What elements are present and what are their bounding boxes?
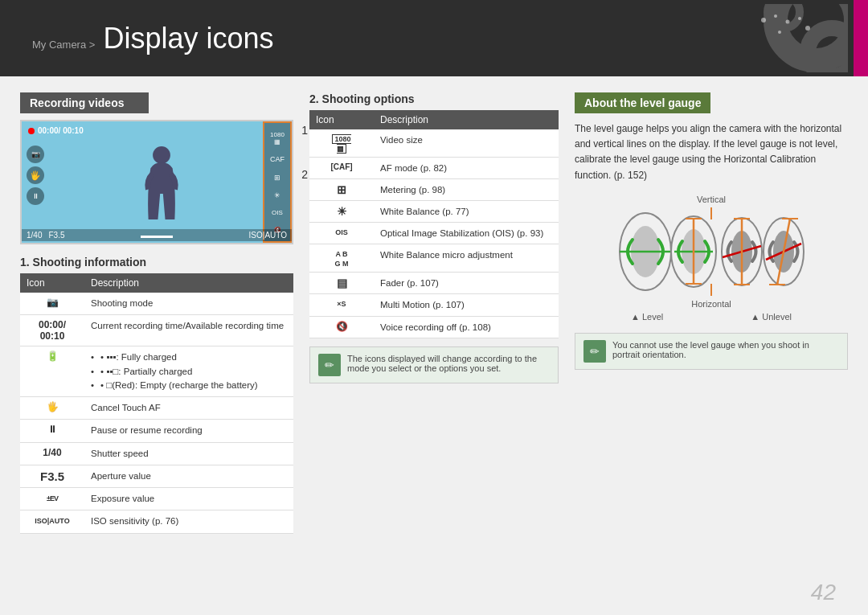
table-row-icon: OIS xyxy=(309,223,374,244)
list-item: • ▪▪▪: Fully charged xyxy=(91,351,287,364)
horizontal-label: Horizontal xyxy=(691,299,731,309)
breadcrumb: My Camera > xyxy=(32,39,95,51)
table-row-icon: ☀ xyxy=(309,201,374,223)
table-row-icon: 1/40 xyxy=(20,442,84,465)
right-column: About the level gauge The level gauge he… xyxy=(575,92,848,599)
table-row: 🖐Cancel Touch AF xyxy=(20,397,293,420)
level-note-icon: ✏ xyxy=(583,340,606,363)
red-dot xyxy=(28,128,35,134)
level-gauge-diagram: Vertical xyxy=(575,195,848,322)
camera-preview: 00:00/ 00:10 📷 🖐 ⏸ 1080▦ xyxy=(20,120,293,244)
svg-point-6 xyxy=(798,17,801,20)
table-row: A BG MWhite Balance micro adjustment xyxy=(309,244,559,273)
table-row-desc: Current recording time/Available recordi… xyxy=(84,315,293,346)
label-1: 1 xyxy=(301,124,308,137)
vertical-label: Vertical xyxy=(697,195,726,204)
table-row-icon: A BG M xyxy=(309,244,374,273)
table-row-desc: Optical Image Stabilization (OIS) (p. 93… xyxy=(374,223,559,244)
table-row-desc: Shooting mode xyxy=(84,293,293,315)
page-title: Display icons xyxy=(103,22,273,55)
table-row-desc: Metering (p. 98) xyxy=(374,179,559,201)
table-row-desc: • ▪▪▪: Fully charged• ▪▪□: Partially cha… xyxy=(84,346,293,397)
record-indicator: 00:00/ 00:10 xyxy=(28,126,84,135)
bottom-bar: 1/40 F3.5 ▬▬▬▬ ISO|AUTO xyxy=(22,229,292,241)
table-row-desc: Shutter speed xyxy=(84,442,293,465)
table-row-desc: Fader (p. 107) xyxy=(374,273,559,294)
table-row-icon: ▤ xyxy=(309,273,374,294)
shooting-info-heading: 1. Shooting information xyxy=(20,256,293,269)
table-row: 1080▦Video size xyxy=(309,129,559,158)
svg-point-8 xyxy=(778,31,781,34)
table-row-desc: Pause or resume recording xyxy=(84,420,293,442)
left-icons: 📷 🖐 ⏸ xyxy=(27,146,44,205)
table-row-desc: Voice recording off (p. 108) xyxy=(374,316,559,338)
page-number: 42 xyxy=(811,580,836,605)
rec-text: 00:00/ 00:10 xyxy=(38,126,84,135)
table-row: 1/40Shutter speed xyxy=(20,442,293,465)
label-2: 2 xyxy=(301,168,308,181)
level-note-text: You cannot use the level gauge when you … xyxy=(612,340,839,363)
table-row-icon: 🖐 xyxy=(20,397,84,420)
touch-icon: 🖐 xyxy=(27,166,44,184)
table-row: ▤Fader (p. 107) xyxy=(309,273,559,294)
level-gauge-desc: The level gauge helps you align the came… xyxy=(575,121,848,183)
table-row-desc: Cancel Touch AF xyxy=(84,397,293,420)
table-row: ±EVExposure value xyxy=(20,488,293,510)
shooting-info-table: Icon Description 📷Shooting mode00:00/​00… xyxy=(20,273,293,534)
rp-icon-2: CAF xyxy=(270,155,285,163)
recording-videos-heading: Recording videos xyxy=(20,92,149,113)
accent-bar xyxy=(854,0,868,76)
table-row-desc: ISO sensitivity (p. 76) xyxy=(84,510,293,533)
rp-icon-1: 1080▦ xyxy=(270,131,285,146)
unlevel-label: ▲ Unlevel xyxy=(751,312,792,322)
pause-icon: ⏸ xyxy=(27,187,44,205)
table-row: ☀White Balance (p. 77) xyxy=(309,201,559,223)
table-row: ⊞Metering (p. 98) xyxy=(309,179,559,201)
table-row: ⏸Pause or resume recording xyxy=(20,420,293,442)
table-row: OISOptical Image Stabilization (OIS) (p.… xyxy=(309,223,559,244)
table-row-desc: AF mode (p. 82) xyxy=(374,158,559,179)
svg-point-7 xyxy=(805,26,810,31)
shooting-options-table: Icon Description 1080▦Video size[CAF]AF … xyxy=(309,110,559,338)
table-row-icon: ±EV xyxy=(20,488,84,510)
svg-point-3 xyxy=(761,18,766,23)
table-row-icon: 1080▦ xyxy=(309,129,374,158)
table-row-icon: ×S xyxy=(309,294,374,316)
table-row: F3.5Aperture value xyxy=(20,465,293,487)
note-icon: ✏ xyxy=(318,354,341,376)
table-row-icon: ⊞ xyxy=(309,179,374,201)
table-row-desc: Aperture value xyxy=(84,465,293,487)
svg-point-5 xyxy=(786,20,790,24)
person-silhouette xyxy=(137,146,186,227)
table-row-desc: White Balance micro adjustment xyxy=(374,244,559,273)
level-gauge-heading: About the level gauge xyxy=(575,92,710,113)
table-row-icon: [CAF] xyxy=(309,158,374,179)
table-row: 📷Shooting mode xyxy=(20,293,293,315)
table-row: ×SMulti Motion (p. 107) xyxy=(309,294,559,316)
col-desc-header: Description xyxy=(84,273,293,293)
level-label: ▲ Level xyxy=(631,312,663,322)
right-panel: 1080▦ CAF ⊞ ✳ OIS 🔇 xyxy=(263,121,292,243)
table-row-icon: ISO|AUTO xyxy=(20,510,84,533)
gauge-labels-row: ▲ Level ▲ Unlevel xyxy=(631,312,792,322)
rp-icon-5: OIS xyxy=(272,209,283,216)
table-row-desc: Exposure value xyxy=(84,488,293,510)
table-row-icon: F3.5 xyxy=(20,465,84,487)
table-row: 00:00/​00:10Current recording time/Avail… xyxy=(20,315,293,346)
header-dots xyxy=(755,12,820,44)
table-row-desc: Multi Motion (p. 107) xyxy=(374,294,559,316)
opt-col-icon: Icon xyxy=(309,110,374,129)
table-row-icon: ⏸ xyxy=(20,420,84,442)
shooting-options-heading: 2. Shooting options xyxy=(309,92,559,105)
table-row-icon: 📷 xyxy=(20,293,84,315)
mid-column: 2. Shooting options Icon Description 108… xyxy=(309,92,559,599)
table-row-desc: White Balance (p. 77) xyxy=(374,201,559,223)
rp-icon-4: ✳ xyxy=(274,191,280,199)
list-item: • □(Red): Empty (recharge the battery) xyxy=(91,379,287,392)
table-row-desc: Video size xyxy=(374,129,559,158)
svg-point-4 xyxy=(774,14,777,18)
table-row-icon: 🔋 xyxy=(20,346,84,397)
list-item: • ▪▪□: Partially charged xyxy=(91,365,287,379)
left-column: Recording videos 00:00/ 00:10 📷 🖐 ⏸ xyxy=(20,92,293,599)
col-icon-header: Icon xyxy=(20,273,84,293)
